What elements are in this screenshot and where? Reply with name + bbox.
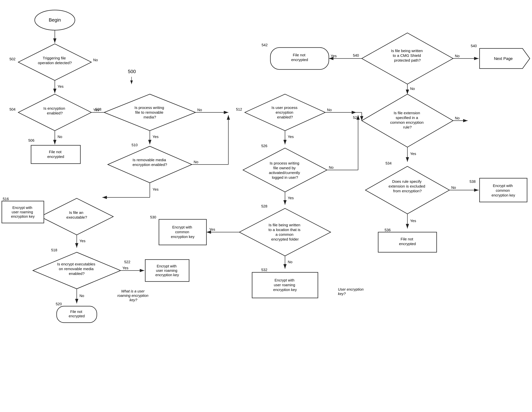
svg-text:540: 540 [471,44,477,48]
svg-text:Yes: Yes [288,135,294,139]
n502-label: 502 [10,57,16,61]
svg-text:512: 512 [236,107,242,111]
svg-marker-74 [239,208,331,256]
svg-text:No: No [451,186,456,190]
next-page-label: Next Page [494,56,513,61]
svg-text:542: 542 [262,43,268,47]
svg-text:Yes: Yes [410,152,416,156]
svg-marker-66 [243,148,327,192]
svg-text:Does rule specify
    extensio: Does rule specify extension is excluded … [389,179,426,193]
svg-text:520: 520 [56,302,62,306]
svg-text:518: 518 [51,248,57,252]
svg-text:No: No [197,108,202,112]
svg-text:522: 522 [124,260,130,264]
svg-text:Encrypt with
    user roaming
: Encrypt with user roaming encryption key [11,206,35,218]
svg-text:530: 530 [150,215,156,219]
svg-text:504: 504 [10,107,16,111]
svg-text:540: 540 [353,53,359,57]
svg-text:No: No [79,294,84,298]
svg-text:Yes: Yes [410,219,416,223]
svg-text:No: No [455,54,460,58]
svg-text:No: No [329,166,334,169]
svg-text:What is a user
    roaming enc: What is a user roaming encryption key? [117,289,150,302]
svg-text:Yes: Yes [152,135,159,139]
svg-text:532: 532 [261,268,267,272]
svg-text:534: 534 [385,161,391,165]
svg-text:Yes: Yes [57,84,64,88]
svg-text:Yes: Yes [331,54,337,58]
svg-text:No: No [288,260,293,264]
svg-text:Yes: Yes [79,239,86,243]
svg-text:536: 536 [385,228,391,232]
svg-text:No: No [327,108,332,112]
svg-text:No: No [410,87,415,91]
svg-text:No: No [93,58,98,62]
svg-text:No: No [57,135,62,139]
svg-text:526: 526 [261,144,267,148]
svg-text:524: 524 [353,116,359,119]
svg-text:516: 516 [3,197,9,201]
svg-text:Encrypt with
    user roaming
: Encrypt with user roaming encryption key [155,264,179,277]
begin-label: Begin [49,17,61,23]
svg-text:528: 528 [261,204,267,208]
svg-text:508: 508 [95,107,101,111]
svg-text:Yes: Yes [122,266,128,270]
svg-text:506: 506 [28,138,34,142]
svg-text:No: No [455,116,460,120]
svg-text:Yes: Yes [288,196,294,200]
svg-text:Is file being written
    to a: Is file being written to a CMG Shield pr… [391,49,424,62]
svg-text:Yes: Yes [152,187,159,191]
n500-label: 500 [128,69,136,74]
svg-text:User encryption
    key?: User encryption key? [338,287,365,296]
svg-text:Yes: Yes [209,227,215,231]
svg-text:No: No [194,160,198,164]
svg-text:510: 510 [132,143,138,147]
svg-text:Encrypt with
    user roaming
: Encrypt with user roaming encryption key [273,278,297,292]
svg-text:538: 538 [470,179,475,184]
